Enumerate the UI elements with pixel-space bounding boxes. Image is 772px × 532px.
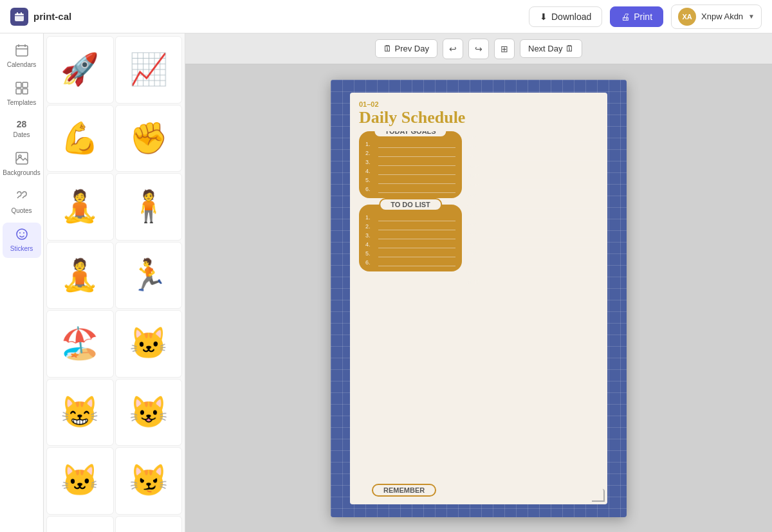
document-title: Daily Schedule bbox=[359, 109, 598, 126]
time-slot-9AM: 9AM bbox=[466, 153, 598, 161]
app-name: print-cal bbox=[33, 11, 71, 22]
download-icon: ⬇ bbox=[540, 12, 547, 22]
print-button[interactable]: 🖨 Print bbox=[610, 6, 663, 27]
right-column: 7AM8AM9AM10AM11AM12PM1PM2PM3PM4PM5PM6PM7… bbox=[466, 131, 598, 479]
goal-item-3: 3. bbox=[365, 158, 455, 166]
sticker-item-s16[interactable]: 🐻 bbox=[115, 516, 183, 533]
svg-point-16 bbox=[23, 232, 24, 234]
sticker-item-s5[interactable]: 🧘 bbox=[46, 173, 114, 241]
goal-item-6: 6. bbox=[365, 185, 455, 193]
time-slot-4PM: 4PM bbox=[466, 221, 598, 228]
view-button[interactable]: ⊞ bbox=[494, 39, 515, 59]
time-slot-9PM: 9PM bbox=[466, 269, 598, 277]
user-menu[interactable]: XA Xnpw Akdn ▼ bbox=[671, 5, 762, 29]
svg-rect-9 bbox=[23, 82, 28, 87]
sticker-item-s4[interactable]: ✊ bbox=[115, 105, 183, 172]
sidebar-item-stickers[interactable]: Stickers bbox=[3, 223, 41, 258]
todo-section: TO DO LIST 1.2.3.4.5.6. bbox=[359, 205, 462, 271]
sticker-item-s11[interactable]: 😸 bbox=[46, 379, 114, 446]
redo-button[interactable]: ↪ bbox=[468, 39, 489, 59]
topbar: print-cal ⬇ Download 🖨 Print XA Xnpw Akd… bbox=[0, 0, 772, 33]
sticker-item-s2[interactable]: 📈 bbox=[115, 36, 183, 104]
calendar-icon: 🗓 bbox=[565, 44, 574, 53]
sticker-item-s6[interactable]: 🧍 bbox=[115, 173, 183, 241]
sticker-item-s13[interactable]: 🐱 bbox=[46, 447, 114, 515]
remember-section: REMEMBER bbox=[359, 484, 598, 497]
sidebar-item-label-templates: Templates bbox=[7, 99, 37, 107]
paper-header: 01–02 Daily Schedule bbox=[359, 100, 598, 126]
sidebar-item-dates[interactable]: 28Dates bbox=[3, 115, 41, 144]
app-logo-icon bbox=[10, 8, 28, 26]
svg-rect-4 bbox=[16, 46, 28, 56]
left-sidebar: CalendarsTemplates28DatesBackgroundsQuot… bbox=[0, 33, 44, 532]
sticker-item-s15[interactable]: 📢 bbox=[46, 516, 114, 533]
todo-item-3: 3. bbox=[365, 232, 455, 239]
sticker-item-s9[interactable]: 🏖️ bbox=[46, 310, 114, 378]
time-slot-5PM: 5PM bbox=[466, 230, 598, 238]
sticker-item-s10[interactable]: 🐱 bbox=[115, 310, 183, 378]
corner-curl-decoration bbox=[592, 489, 605, 502]
today-goals-section: TODAY GOALS 1.2.3.4.5.6. bbox=[359, 131, 462, 198]
canvas-area: 🗓 Prev Day ↩ ↪ ⊞ Next Day 🗓 ✦ ✦ bbox=[185, 33, 772, 532]
main-columns: TODAY GOALS 1.2.3.4.5.6. TO DO LIST 1.2.… bbox=[359, 131, 598, 479]
next-day-button[interactable]: Next Day 🗓 bbox=[520, 39, 582, 58]
svg-rect-8 bbox=[16, 82, 21, 87]
title-area: 01–02 Daily Schedule bbox=[359, 100, 598, 126]
sidebar-item-backgrounds[interactable]: Backgrounds bbox=[3, 147, 41, 182]
svg-point-15 bbox=[19, 232, 21, 234]
paper-content: 01–02 Daily Schedule TODAY GOALS 1.2.3.4… bbox=[350, 93, 607, 504]
time-slot-11AM: 11AM bbox=[466, 172, 598, 180]
sidebar-item-quotes[interactable]: Quotes bbox=[3, 185, 41, 220]
user-avatar: XA bbox=[678, 8, 696, 26]
sidebar-item-label-backgrounds: Backgrounds bbox=[3, 169, 40, 177]
sidebar-item-calendars[interactable]: Calendars bbox=[3, 39, 41, 74]
download-button[interactable]: ⬇ Download bbox=[529, 6, 602, 27]
canvas-scroll[interactable]: ✦ ✦ ✦ 01–02 Daily Schedule bbox=[185, 64, 772, 532]
logo-area: print-cal bbox=[10, 8, 71, 26]
sticker-panel: 🚀📈💪✊🧘🧍🧘🏃🏖️🐱😸😺🐱😼📢🐻🌸☀️🍉🍧 bbox=[44, 33, 185, 532]
svg-rect-10 bbox=[16, 89, 21, 94]
goal-item-1: 1. bbox=[365, 140, 455, 148]
download-label: Download bbox=[551, 12, 591, 22]
todo-label: TO DO LIST bbox=[379, 198, 442, 211]
sticker-item-s12[interactable]: 😺 bbox=[115, 379, 183, 446]
sticker-item-s14[interactable]: 😼 bbox=[115, 447, 183, 515]
svg-rect-11 bbox=[23, 89, 28, 94]
prev-day-label: Prev Day bbox=[395, 44, 429, 53]
time-slot-7AM: 7AM bbox=[466, 134, 598, 142]
remember-label: REMEMBER bbox=[372, 484, 436, 497]
prev-day-button[interactable]: 🗓 Prev Day bbox=[375, 39, 437, 58]
svg-rect-0 bbox=[15, 14, 24, 21]
time-slot-2PM: 2PM bbox=[466, 201, 598, 209]
day-navigation: 🗓 Prev Day ↩ ↪ ⊞ Next Day 🗓 bbox=[185, 33, 772, 64]
sticker-item-s1[interactable]: 🚀 bbox=[46, 36, 114, 104]
time-slot-12PM: 12PM bbox=[466, 182, 598, 190]
view-icon: ⊞ bbox=[501, 44, 508, 54]
time-slot-8AM: 8AM bbox=[466, 143, 598, 151]
sticker-item-s8[interactable]: 🏃 bbox=[115, 242, 183, 309]
print-label: Print bbox=[634, 12, 652, 22]
left-column: TODAY GOALS 1.2.3.4.5.6. TO DO LIST 1.2.… bbox=[359, 131, 462, 479]
undo-button[interactable]: ↩ bbox=[443, 39, 463, 59]
sticker-item-s7[interactable]: 🧘 bbox=[46, 242, 114, 309]
time-slot-7PM: 7PM bbox=[466, 250, 598, 257]
sidebar-item-label-calendars: Calendars bbox=[7, 61, 37, 69]
goals-list: 1.2.3.4.5.6. bbox=[365, 140, 455, 193]
todo-item-4: 4. bbox=[365, 241, 455, 248]
goal-item-2: 2. bbox=[365, 149, 455, 157]
sticker-item-s3[interactable]: 💪 bbox=[46, 105, 114, 172]
backgrounds-icon bbox=[15, 152, 28, 167]
next-day-label: Next Day bbox=[528, 44, 562, 53]
user-name: Xnpw Akdn bbox=[701, 12, 743, 21]
today-goals-label: TODAY GOALS bbox=[373, 131, 447, 138]
svg-rect-3 bbox=[15, 15, 24, 16]
stickers-icon bbox=[15, 228, 28, 243]
dates-icon: 28 bbox=[17, 120, 27, 129]
main-layout: CalendarsTemplates28DatesBackgroundsQuot… bbox=[0, 33, 772, 532]
sidebar-item-label-dates: Dates bbox=[13, 131, 30, 139]
date-label: 01–02 bbox=[359, 100, 598, 108]
todo-item-5: 5. bbox=[365, 250, 455, 257]
sticker-grid: 🚀📈💪✊🧘🧍🧘🏃🏖️🐱😸😺🐱😼📢🐻🌸☀️🍉🍧 bbox=[44, 33, 185, 532]
sidebar-item-templates[interactable]: Templates bbox=[3, 77, 41, 112]
templates-icon bbox=[15, 82, 28, 96]
